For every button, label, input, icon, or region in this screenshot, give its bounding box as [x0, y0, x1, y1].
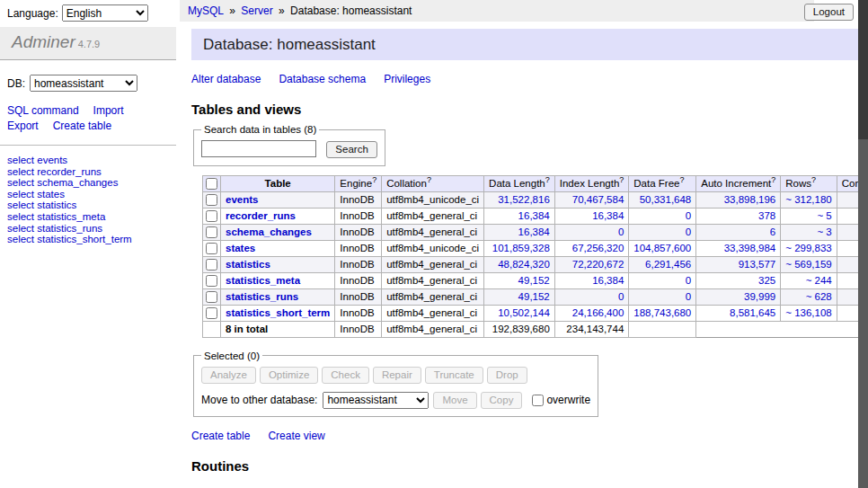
sidebar-select-statistics-meta[interactable]: select statistics_meta	[7, 211, 169, 223]
cell-data-length[interactable]: 16,384	[518, 210, 550, 221]
cell-data-length[interactable]: 101,859,328	[492, 243, 550, 253]
bulk-optimize-button[interactable]: Optimize	[260, 367, 318, 384]
row-checkbox-statistics_runs[interactable]	[206, 291, 217, 303]
cell-index-length[interactable]: 16,384	[592, 210, 624, 221]
cell-auto-increment[interactable]: 33,898,196	[724, 194, 776, 205]
table-link-statistics_runs[interactable]: statistics_runs	[226, 291, 298, 302]
cell-data-length[interactable]: 16,384	[518, 226, 550, 237]
cell-auto-increment[interactable]: 325	[758, 275, 775, 286]
sidebar-select-recorder-runs[interactable]: select recorder_runs	[7, 166, 169, 178]
nav-link-alter-database[interactable]: Alter database	[191, 73, 261, 85]
bulk-repair-button[interactable]: Repair	[373, 367, 421, 384]
overwrite-checkbox[interactable]	[532, 395, 544, 406]
table-link-states[interactable]: states	[226, 243, 255, 253]
sidebar-select-statistics-runs[interactable]: select statistics_runs	[7, 223, 169, 235]
link-create-view[interactable]: Create view	[268, 430, 324, 442]
column-help-link[interactable]: ?	[771, 175, 775, 184]
db-select[interactable]: homeassistant	[30, 75, 137, 92]
move-button[interactable]: Move	[433, 392, 476, 409]
cell-auto-increment[interactable]: 8,581,645	[730, 307, 775, 318]
row-checkbox-schema_changes[interactable]	[206, 226, 217, 238]
cell-auto-increment[interactable]: 378	[758, 210, 775, 221]
cell-data-free[interactable]: 0	[686, 210, 691, 221]
row-checkbox-statistics_short_term[interactable]	[206, 307, 217, 319]
cell-data-free[interactable]: 6,291,456	[645, 259, 691, 270]
search-input[interactable]	[201, 140, 316, 157]
cell-data-free[interactable]: 104,857,600	[633, 243, 691, 253]
column-help-link[interactable]: ?	[372, 175, 376, 184]
cell-rows[interactable]: ~ 628	[806, 291, 832, 302]
column-help-link[interactable]: ?	[545, 175, 550, 184]
move-db-select[interactable]: homeassistant	[323, 392, 429, 409]
table-link-recorder_runs[interactable]: recorder_runs	[226, 210, 296, 221]
sidebar-link-create-table[interactable]: Create table	[53, 120, 111, 132]
cell-data-length[interactable]: 31,522,816	[498, 194, 550, 205]
cell-rows[interactable]: ~ 312,180	[785, 194, 831, 205]
column-help-link[interactable]: ?	[679, 175, 684, 184]
table-link-statistics_short_term[interactable]: statistics_short_term	[226, 307, 330, 318]
copy-button[interactable]: Copy	[481, 392, 523, 409]
cell-data-length[interactable]: 10,502,144	[498, 307, 550, 318]
table-link-statistics[interactable]: statistics	[226, 259, 270, 270]
cell-data-free[interactable]: 0	[686, 226, 691, 237]
cell-data-free[interactable]: 188,743,680	[633, 307, 691, 318]
row-checkbox-recorder_runs[interactable]	[206, 210, 217, 222]
cell-auto-increment[interactable]: 39,999	[744, 291, 775, 302]
cell-data-free[interactable]: 0	[686, 291, 691, 302]
sidebar-select-schema-changes[interactable]: select schema_changes	[7, 177, 169, 189]
cell-data-length[interactable]: 49,152	[518, 291, 550, 302]
search-button[interactable]: Search	[326, 141, 376, 158]
cell-index-length[interactable]: 16,384	[592, 275, 624, 286]
sidebar-link-import[interactable]: Import	[93, 104, 124, 117]
cell-data-length[interactable]: 48,824,320	[498, 259, 550, 270]
table-link-statistics_meta[interactable]: statistics_meta	[226, 275, 300, 286]
cell-rows[interactable]: ~ 3	[817, 226, 831, 237]
row-checkbox-statistics[interactable]	[206, 259, 217, 271]
row-checkbox-states[interactable]	[206, 243, 217, 254]
bulk-truncate-button[interactable]: Truncate	[425, 367, 483, 384]
cell-data-length[interactable]: 49,152	[518, 275, 550, 286]
nav-link-database-schema[interactable]: Database schema	[279, 73, 366, 85]
cell-index-length[interactable]: 67,256,320	[572, 243, 624, 253]
cell-rows[interactable]: ~ 5	[817, 210, 831, 221]
cell-index-length[interactable]: 0	[618, 291, 624, 302]
sidebar-select-states[interactable]: select states	[7, 189, 169, 200]
column-help-link[interactable]: ?	[619, 175, 624, 184]
cell-index-length[interactable]: 72,220,672	[572, 259, 624, 270]
table-link-events[interactable]: events	[226, 194, 258, 205]
logout-button[interactable]: Logout	[804, 4, 854, 21]
cell-rows[interactable]: ~ 136,108	[785, 307, 831, 318]
sidebar-select-events[interactable]: select events	[7, 155, 169, 166]
breadcrumb-link-server[interactable]: Server	[241, 4, 272, 17]
link-create-table[interactable]: Create table	[191, 430, 250, 442]
table-link-schema_changes[interactable]: schema_changes	[226, 226, 312, 237]
sidebar-select-statistics[interactable]: select statistics	[7, 200, 169, 211]
sidebar-link-sql-command[interactable]: SQL command	[7, 104, 79, 117]
column-help-link[interactable]: ?	[427, 175, 431, 184]
select-all-checkbox[interactable]	[206, 178, 217, 190]
bulk-check-button[interactable]: Check	[322, 367, 369, 384]
cell-index-length[interactable]: 70,467,584	[572, 194, 624, 205]
column-help-link[interactable]: ?	[811, 175, 816, 184]
cell-auto-increment[interactable]: 33,398,984	[724, 243, 776, 253]
scrollbar-thumb[interactable]	[858, 0, 868, 139]
nav-link-privileges[interactable]: Privileges	[384, 73, 430, 85]
language-select[interactable]: English	[62, 4, 148, 22]
cell-rows[interactable]: ~ 244	[806, 275, 832, 286]
bulk-analyze-button[interactable]: Analyze	[201, 367, 256, 384]
scrollbar[interactable]	[858, 0, 868, 488]
sidebar-link-export[interactable]: Export	[7, 120, 39, 132]
overwrite-label[interactable]: overwrite	[546, 393, 590, 405]
cell-rows[interactable]: ~ 569,159	[785, 259, 831, 270]
breadcrumb-link-mysql[interactable]: MySQL	[188, 4, 224, 17]
cell-rows[interactable]: ~ 299,833	[785, 243, 831, 253]
bulk-drop-button[interactable]: Drop	[487, 367, 527, 384]
row-checkbox-statistics_meta[interactable]	[206, 275, 217, 287]
cell-data-free[interactable]: 50,331,648	[640, 194, 692, 205]
cell-auto-increment[interactable]: 913,577	[739, 259, 776, 270]
cell-auto-increment[interactable]: 6	[770, 226, 775, 237]
sidebar-select-statistics-short-term[interactable]: select statistics_short_term	[7, 234, 169, 245]
row-checkbox-events[interactable]	[206, 194, 217, 206]
cell-index-length[interactable]: 24,166,400	[572, 307, 624, 318]
cell-index-length[interactable]: 0	[618, 226, 624, 237]
